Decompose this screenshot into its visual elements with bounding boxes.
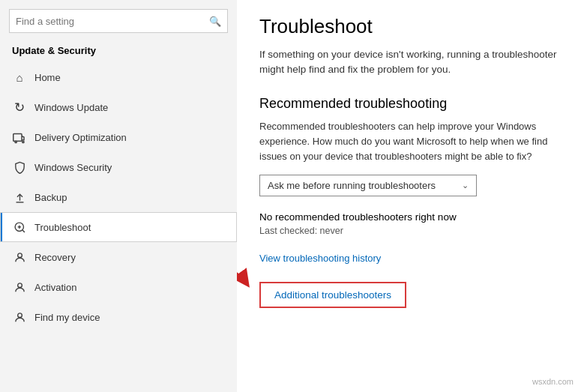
sidebar-item-label: Find my device [34, 312, 225, 323]
main-content: Troubleshoot If something on your device… [237, 0, 581, 392]
sidebar-item-label: Windows Update [34, 102, 225, 113]
search-bar[interactable]: 🔍 [9, 9, 228, 33]
section-title: Update & Security [0, 42, 237, 62]
page-description: If something on your device isn't workin… [259, 47, 559, 78]
chevron-down-icon: ⌄ [462, 181, 469, 190]
security-icon [12, 160, 27, 175]
sidebar-item-activation[interactable]: Activation [0, 272, 237, 302]
sidebar-item-label: Troubleshoot [34, 222, 225, 233]
update-icon: ↻ [12, 100, 27, 115]
svg-point-11 [17, 313, 22, 317]
svg-point-9 [17, 253, 22, 257]
page-title: Troubleshoot [259, 15, 559, 38]
svg-point-10 [17, 283, 22, 287]
sidebar-item-label: Activation [34, 282, 225, 293]
activation-icon [12, 280, 27, 295]
sidebar-item-windows-update[interactable]: ↻ Windows Update [0, 92, 237, 122]
home-icon: ⌂ [12, 70, 27, 85]
sidebar-item-label: Backup [34, 192, 225, 203]
search-input[interactable] [16, 16, 209, 27]
last-checked-text: Last checked: never [259, 226, 559, 236]
sidebar-item-recovery[interactable]: Recovery [0, 242, 237, 272]
recovery-icon [12, 250, 27, 265]
view-history-link[interactable]: View troubleshooting history [259, 253, 559, 264]
delivery-icon [12, 130, 27, 145]
troubleshooter-dropdown[interactable]: Ask me before running troubleshooters ⌄ [259, 175, 477, 196]
sidebar-item-backup[interactable]: Backup [0, 182, 237, 212]
sidebar-item-delivery-optimization[interactable]: Delivery Optimization [0, 122, 237, 152]
recommended-description: Recommended troubleshooters can help imp… [259, 119, 559, 164]
sidebar-item-windows-security[interactable]: Windows Security [0, 152, 237, 182]
find-device-icon [12, 310, 27, 325]
sidebar-item-label: Home [34, 72, 225, 83]
sidebar: 🔍 Update & Security ⌂ Home ↻ Windows Upd… [0, 0, 237, 392]
sidebar-item-home[interactable]: ⌂ Home [0, 62, 237, 92]
search-icon: 🔍 [209, 16, 221, 27]
recommended-heading: Recommended troubleshooting [259, 96, 559, 112]
troubleshoot-icon [12, 220, 27, 235]
svg-point-2 [22, 141, 24, 142]
sidebar-item-label: Windows Security [34, 162, 225, 173]
no-troubleshooters-text: No recommended troubleshooters right now [259, 211, 559, 223]
svg-line-6 [22, 229, 24, 232]
additional-troubleshooters-button[interactable]: Additional troubleshooters [259, 282, 406, 308]
svg-rect-0 [13, 134, 22, 142]
backup-icon [12, 190, 27, 205]
watermark: wsxdn.com [532, 377, 574, 386]
sidebar-item-find-device[interactable]: Find my device [0, 302, 237, 332]
sidebar-item-troubleshoot[interactable]: Troubleshoot [0, 212, 237, 242]
sidebar-item-label: Recovery [34, 252, 225, 263]
sidebar-item-label: Delivery Optimization [34, 132, 225, 143]
dropdown-value: Ask me before running troubleshooters [268, 180, 436, 191]
svg-point-1 [15, 141, 16, 142]
